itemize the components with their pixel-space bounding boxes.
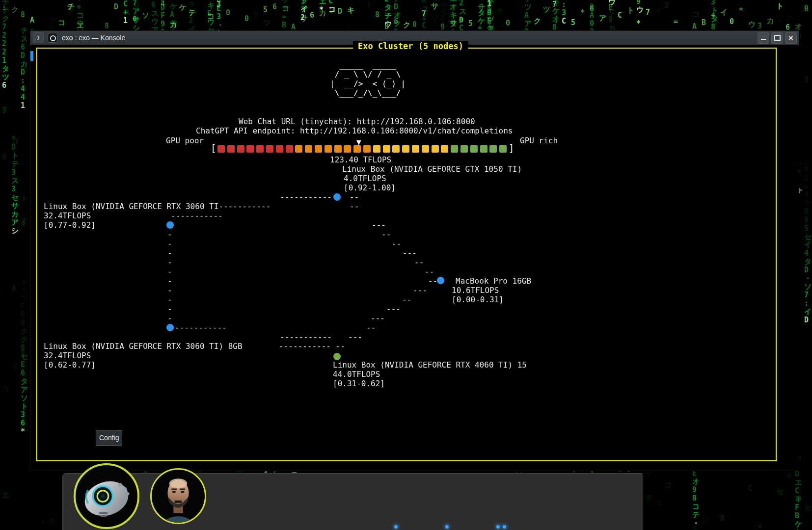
scroll-indicator (30, 51, 33, 61)
config-button[interactable]: Config (96, 430, 122, 446)
konsole-window: ❯ exo : exo — Konsole ✕ (30, 30, 799, 471)
minimize-icon (761, 39, 766, 40)
konsole-app-icon (48, 33, 57, 43)
desktop: { "titlebar": { "title": "exo : exo — Ko… (0, 0, 812, 530)
dock-robot-avatar-icon[interactable] (74, 463, 139, 529)
running-indicator-dot (496, 525, 500, 529)
running-indicator-dot (445, 525, 449, 529)
running-indicator-dot (503, 525, 506, 529)
running-indicator-dot (394, 525, 398, 529)
dock-man-avatar-icon[interactable] (150, 468, 206, 524)
man-face-graphic (152, 470, 205, 523)
window-titlebar[interactable]: ❯ exo : exo — Konsole ✕ (30, 31, 799, 45)
minimize-button[interactable] (758, 32, 769, 44)
window-title: exo : exo — Konsole (62, 34, 125, 42)
close-button[interactable]: ✕ (785, 32, 797, 44)
tab-chevron-icon[interactable]: ❯ (33, 32, 44, 43)
maximize-icon (774, 35, 781, 41)
terminal-viewport[interactable] (32, 45, 797, 469)
dock-panel (62, 473, 643, 530)
maximize-button[interactable] (771, 32, 783, 44)
robot-head-graphic (76, 465, 137, 527)
close-icon: ✕ (788, 35, 794, 41)
